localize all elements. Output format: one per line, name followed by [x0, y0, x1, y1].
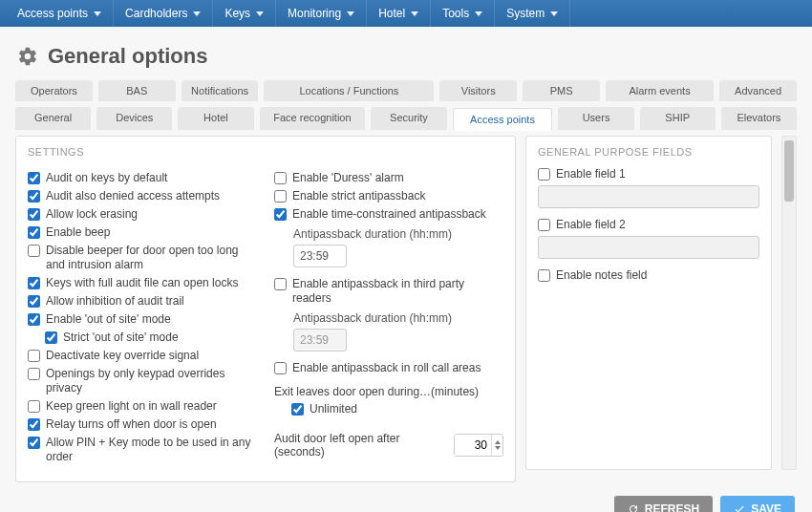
checkbox[interactable] [274, 362, 287, 374]
tab-ship[interactable]: SHIP [640, 107, 716, 130]
chk-label: Keep green light on in wall reader [46, 399, 217, 414]
tab-face-recognition[interactable]: Face recognition [260, 107, 366, 130]
chk-setting-4[interactable]: Disable beeper for door open too long an… [28, 244, 257, 272]
nav-access-points[interactable]: Access points [6, 0, 114, 27]
tab-operators[interactable]: Operators [15, 80, 93, 101]
checkbox[interactable] [28, 226, 40, 239]
chk-label: Keys with full audit file can open locks [46, 276, 238, 290]
chk-setting-13[interactable]: Allow PIN + Key mode to be used in any o… [28, 436, 257, 464]
chk-setting-11[interactable]: Keep green light on in wall reader [28, 399, 257, 414]
chk-enable-apb-3p[interactable]: Enable antipassback in third party reade… [274, 277, 503, 306]
chk-setting-6[interactable]: Allow inhibition of audit trail [28, 294, 257, 309]
apb-duration-2-input[interactable] [293, 329, 347, 352]
checkbox[interactable] [28, 350, 40, 362]
tab-advanced[interactable]: Advanced [719, 80, 797, 101]
chk-unlimited[interactable]: Unlimited [291, 402, 503, 416]
page-body: General options Operators BAS Notificati… [0, 27, 812, 512]
nav-system[interactable]: System [495, 0, 570, 27]
settings-col-1: Audit on keys by defaultAudit also denie… [28, 167, 257, 468]
chk-enable-strict-apb[interactable]: Enable strict antipassback [274, 189, 503, 203]
chk-setting-9[interactable]: Deactivate key override signal [28, 349, 257, 363]
spinner-up-icon[interactable] [495, 440, 501, 444]
chevron-down-icon [94, 11, 101, 16]
chk-enable-time-apb[interactable]: Enable time-constrained antipassback [274, 207, 503, 222]
chk-setting-5[interactable]: Keys with full audit file can open locks [28, 276, 257, 290]
chevron-down-icon [256, 11, 264, 16]
checkbox[interactable] [28, 190, 40, 203]
tab-general[interactable]: General [15, 107, 91, 130]
checkbox[interactable] [28, 277, 40, 289]
checkbox[interactable] [28, 368, 40, 380]
tab-bas[interactable]: BAS [98, 80, 176, 101]
checkbox[interactable] [291, 403, 304, 416]
field-2-input[interactable] [538, 236, 759, 259]
refresh-icon [628, 503, 639, 512]
chk-label: Enable antipassback in third party reade… [292, 277, 503, 306]
chk-label: Allow inhibition of audit trail [46, 294, 184, 309]
chevron-down-icon [411, 11, 418, 16]
field-1-input[interactable] [538, 185, 759, 208]
checkbox[interactable] [274, 172, 287, 184]
chk-setting-0[interactable]: Audit on keys by default [28, 171, 257, 185]
chk-enable-apb-rollcall[interactable]: Enable antipassback in roll call areas [274, 361, 503, 375]
chk-setting-7[interactable]: Enable 'out of site' mode [28, 312, 257, 327]
checkbox[interactable] [28, 313, 40, 326]
tab-alarm-events[interactable]: Alarm events [606, 80, 714, 101]
tab-users[interactable]: Users [558, 107, 633, 130]
tab-notifications[interactable]: Notifications [182, 80, 259, 101]
vertical-scrollbar[interactable] [781, 136, 797, 470]
scrollbar-thumb[interactable] [784, 140, 794, 202]
checkbox[interactable] [538, 269, 550, 282]
checkbox[interactable] [28, 172, 40, 184]
chk-setting-3[interactable]: Enable beep [28, 225, 257, 240]
checkbox[interactable] [538, 219, 550, 231]
checkbox[interactable] [28, 437, 40, 449]
chk-setting-10[interactable]: Openings by only keypad overrides privac… [28, 367, 257, 395]
nav-label: Keys [224, 7, 250, 20]
settings-panel: SETTINGS Audit on keys by defaultAudit a… [15, 136, 516, 482]
checkbox[interactable] [28, 400, 40, 413]
checkbox[interactable] [28, 245, 40, 257]
checkbox[interactable] [45, 331, 57, 344]
tab-pms[interactable]: PMS [523, 80, 600, 101]
checkbox[interactable] [538, 168, 550, 181]
checkbox[interactable] [274, 208, 287, 221]
chk-enable-field-2[interactable]: Enable field 2 [538, 218, 759, 232]
checkbox[interactable] [28, 295, 40, 308]
nav-monitoring[interactable]: Monitoring [276, 0, 367, 27]
tab-visitors[interactable]: Visitors [439, 80, 517, 101]
tab-access-points[interactable]: Access points [453, 108, 553, 131]
tab-locations-functions[interactable]: Locations / Functions [264, 80, 434, 101]
exit-leaves-label: Exit leaves door open during…(minutes) [274, 385, 503, 398]
chk-label: Enable 'Duress' alarm [292, 171, 404, 185]
nav-cardholders[interactable]: Cardholders [114, 0, 213, 27]
tab-hotel2[interactable]: Hotel [178, 107, 253, 130]
checkbox[interactable] [28, 418, 40, 431]
nav-keys[interactable]: Keys [213, 0, 276, 27]
chk-enable-field-1[interactable]: Enable field 1 [538, 167, 759, 181]
refresh-button[interactable]: REFRESH [614, 496, 713, 512]
checkbox[interactable] [28, 208, 40, 221]
audit-door-spinner[interactable] [454, 434, 503, 457]
audit-door-input[interactable] [455, 435, 491, 456]
chk-label: Enable strict antipassback [292, 189, 425, 203]
save-button[interactable]: SAVE [720, 496, 795, 512]
checkbox[interactable] [274, 278, 287, 290]
spinner-down-icon[interactable] [495, 446, 501, 450]
nav-tools[interactable]: Tools [431, 0, 495, 27]
nav-hotel[interactable]: Hotel [367, 0, 431, 27]
footer: REFRESH SAVE [11, 482, 801, 512]
apb-duration-1-input[interactable] [293, 245, 347, 267]
chk-enable-duress[interactable]: Enable 'Duress' alarm [274, 171, 503, 185]
chk-setting-1[interactable]: Audit also denied access attempts [28, 189, 257, 203]
button-label: SAVE [751, 502, 781, 512]
chk-setting-12[interactable]: Relay turns off when door is open [28, 417, 257, 432]
chk-setting-2[interactable]: Allow lock erasing [28, 207, 257, 222]
tab-elevators[interactable]: Elevators [721, 107, 797, 130]
tab-devices[interactable]: Devices [96, 107, 172, 130]
checkbox[interactable] [274, 190, 287, 203]
chevron-down-icon [550, 11, 558, 16]
chk-enable-notes[interactable]: Enable notes field [538, 268, 759, 283]
tab-security[interactable]: Security [371, 107, 446, 130]
chk-setting-8[interactable]: Strict 'out of site' mode [45, 331, 257, 345]
